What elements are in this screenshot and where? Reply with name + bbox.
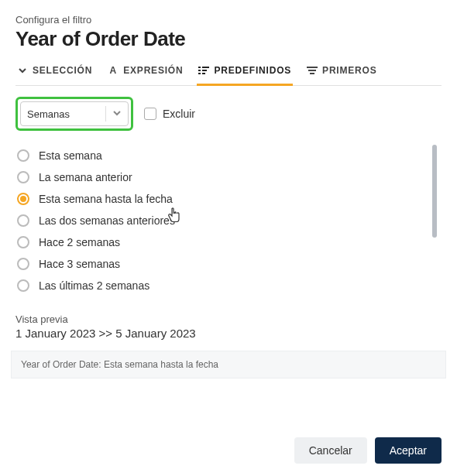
option-item[interactable]: Esta semana hasta la fecha [15, 188, 426, 210]
option-item[interactable]: Hace 3 semanas [15, 253, 426, 275]
radio-icon [17, 149, 29, 162]
preview-value: 1 January 2023 >> 5 January 2023 [15, 327, 442, 340]
option-label: Las dos semanas anteriores [39, 214, 175, 227]
tab-seleccion[interactable]: SELECCIÓN [15, 65, 94, 86]
chevron-down-icon [112, 108, 122, 120]
tab-label: PREDEFINIDOS [214, 65, 291, 76]
divider [105, 106, 106, 122]
controls-row: Semanas Excluir [15, 97, 442, 131]
letter-a-icon: A [108, 65, 119, 76]
option-label: Las últimas 2 semanas [39, 279, 149, 292]
svg-rect-3 [202, 70, 207, 71]
option-item[interactable]: Hace 2 semanas [15, 231, 426, 253]
svg-rect-4 [198, 73, 201, 74]
radio-icon [17, 214, 29, 227]
tab-label: PRIMEROS [322, 65, 376, 76]
option-item[interactable]: La semana anterior [15, 166, 426, 188]
svg-rect-7 [308, 70, 316, 71]
tab-label: EXPRESIÓN [123, 65, 183, 76]
preview-section: Vista previa 1 January 2023 >> 5 January… [15, 313, 442, 340]
period-dropdown[interactable]: Semanas [20, 101, 129, 126]
svg-rect-8 [310, 73, 314, 74]
checkbox-icon [144, 108, 156, 120]
dropdown-value: Semanas [27, 108, 70, 120]
exclude-label: Excluir [163, 108, 195, 120]
tab-expresion[interactable]: A EXPRESIÓN [106, 65, 184, 86]
radio-icon [17, 258, 29, 270]
option-label: Hace 3 semanas [39, 258, 120, 270]
tab-label: SELECCIÓN [33, 65, 92, 76]
dropdown-highlight: Semanas [15, 97, 133, 131]
dialog-title: Year of Order Date [15, 27, 442, 51]
svg-rect-5 [202, 73, 205, 74]
chevron-down-icon [17, 65, 28, 76]
radio-icon [17, 236, 29, 248]
option-label: Esta semana hasta la fecha [39, 193, 173, 205]
svg-rect-1 [202, 67, 209, 68]
exclude-checkbox-wrap[interactable]: Excluir [144, 108, 195, 120]
scrollbar-thumb[interactable] [432, 145, 437, 238]
svg-rect-6 [307, 67, 318, 68]
svg-rect-0 [198, 67, 201, 68]
option-item[interactable]: Esta semana [15, 145, 426, 166]
dialog-subtitle: Configura el filtro [15, 14, 442, 26]
option-label: Esta semana [39, 149, 102, 162]
tabs-bar: SELECCIÓN A EXPRESIÓN PREDEFINIDOS [15, 65, 442, 86]
bars-icon [198, 65, 209, 76]
accept-button[interactable]: Aceptar [375, 437, 442, 464]
option-item[interactable]: Las dos semanas anteriores [15, 210, 426, 231]
svg-rect-2 [198, 70, 201, 71]
radio-icon [17, 193, 29, 205]
filter-bars-icon [307, 65, 318, 76]
preview-label: Vista previa [15, 313, 442, 325]
option-label: La semana anterior [39, 171, 132, 183]
radio-icon [17, 171, 29, 183]
radio-icon [17, 279, 29, 292]
option-item[interactable]: Las últimas 2 semanas [15, 275, 426, 296]
options-list: Esta semanaLa semana anteriorEsta semana… [15, 145, 442, 296]
tab-predefinidos[interactable]: PREDEFINIDOS [197, 65, 293, 86]
cancel-button[interactable]: Cancelar [294, 437, 367, 464]
summary-box: Year of Order Date: Esta semana hasta la… [11, 351, 446, 378]
tab-primeros[interactable]: PRIMEROS [305, 65, 378, 86]
option-label: Hace 2 semanas [39, 236, 120, 248]
dialog-footer: Cancelar Aceptar [15, 426, 442, 476]
